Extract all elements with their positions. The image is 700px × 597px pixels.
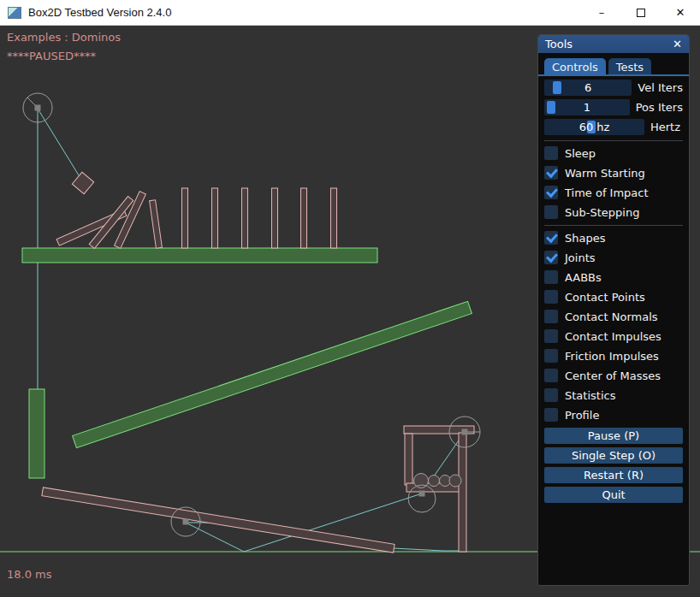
checkbox-row-contact-points[interactable]: Contact Points (544, 290, 683, 304)
contact-impulses-checkbox[interactable] (544, 329, 558, 343)
vel-iters-slider[interactable]: 6 (544, 80, 632, 96)
frame-time-label: 18.0 ms (7, 568, 52, 581)
pause-button[interactable]: Pause (P) (544, 428, 683, 444)
app-window: Box2D Testbed Version 2.4.0 – ✕ Examples… (0, 0, 700, 597)
statistics-checkbox[interactable] (544, 388, 558, 402)
contact-points-checkbox[interactable] (544, 290, 558, 304)
window-titlebar[interactable]: Box2D Testbed Version 2.4.0 – ✕ (0, 0, 700, 26)
checkbox-label: Contact Impulses (565, 330, 661, 343)
tab-tests[interactable]: Tests (608, 58, 651, 74)
hertz-row: 60 hz Hertz (544, 119, 683, 135)
hertz-slider[interactable]: 60 hz (544, 119, 644, 135)
friction-impulses-checkbox[interactable] (544, 349, 558, 363)
slider-value: 60 hz (544, 121, 644, 133)
pos-iters-row: 1 Pos Iters (544, 99, 683, 115)
checkbox-label: Center of Masses (565, 369, 661, 382)
checkbox-label: Contact Points (565, 291, 645, 304)
maximize-icon (637, 9, 645, 17)
window-controls: – ✕ (582, 0, 700, 25)
example-label: Examples : Dominos (7, 31, 121, 44)
checkbox-row-shapes[interactable]: Shapes (544, 231, 683, 245)
close-button[interactable]: ✕ (661, 0, 700, 25)
checkbox-label: AABBs (565, 271, 602, 284)
slider-label: Vel Iters (638, 81, 683, 94)
slider-label: Pos Iters (636, 101, 683, 114)
checkbox-label: Warm Starting (565, 167, 645, 180)
checkbox-row-joints[interactable]: Joints (544, 251, 683, 264)
pendulum-bob (72, 172, 93, 193)
shapes-checkbox[interactable] (544, 231, 558, 245)
dominos-platform (22, 248, 377, 263)
sleep-checkbox[interactable] (544, 146, 558, 160)
checkbox-label: Shapes (565, 232, 605, 245)
ball-2 (429, 476, 440, 487)
checkbox-row-sleep[interactable]: Sleep (544, 146, 683, 160)
profile-checkbox[interactable] (544, 408, 558, 422)
checkbox-row-sub-stepping[interactable]: Sub-Stepping (544, 205, 683, 219)
app-icon (8, 7, 21, 19)
tools-panel-titlebar[interactable]: Tools ✕ (538, 35, 689, 53)
domino-upright-6 (301, 188, 307, 248)
slider-value: 6 (544, 81, 632, 94)
center-of-masses-checkbox[interactable] (544, 369, 558, 382)
sub-stepping-checkbox[interactable] (544, 205, 558, 219)
panel-close-icon[interactable]: ✕ (673, 38, 682, 50)
checkbox-row-time-of-impact[interactable]: Time of Impact (544, 186, 683, 199)
tabbar: Controls Tests (538, 53, 689, 76)
domino-upright-4 (242, 188, 248, 248)
checkbox-row-contact-normals[interactable]: Contact Normals (544, 310, 683, 323)
frame-anchor-point-bottom (419, 491, 425, 497)
checkbox-label: Profile (565, 409, 599, 422)
seesaw-anchor-point (183, 519, 189, 525)
slider-label: Hertz (650, 121, 680, 133)
aabbs-checkbox[interactable] (544, 270, 558, 284)
checkbox-label: Sub-Stepping (565, 206, 639, 219)
window-title: Box2D Testbed Version 2.4.0 (28, 6, 171, 19)
domino-upright-1 (150, 200, 163, 248)
time-of-impact-checkbox[interactable] (544, 186, 558, 199)
checkbox-label: Time of Impact (565, 186, 649, 199)
pendulum-rope-diagonal (38, 109, 83, 182)
panel-content: 6 Vel Iters 1 Pos Iters 60 hz Hertz (538, 76, 689, 503)
ball-4 (449, 475, 461, 487)
slider-value: 1 (544, 101, 630, 114)
tab-controls[interactable]: Controls (544, 58, 606, 74)
frame-anchor-point-top (462, 429, 468, 435)
warm-starting-checkbox[interactable] (544, 166, 558, 180)
pos-iters-slider[interactable]: 1 (544, 99, 630, 115)
restart-button[interactable]: Restart (R) (544, 467, 683, 483)
joints-checkbox[interactable] (544, 251, 558, 264)
checkbox-row-warm-starting[interactable]: Warm Starting (544, 166, 683, 180)
checkbox-label: Sleep (565, 147, 596, 160)
contact-normals-checkbox[interactable] (544, 310, 558, 323)
checkbox-label: Contact Normals (565, 310, 658, 323)
checkbox-label: Statistics (565, 389, 615, 402)
pendulum-anchor-point (35, 105, 41, 111)
maximize-button[interactable] (621, 0, 661, 25)
domino-upright-7 (331, 188, 337, 248)
tools-panel: Tools ✕ Controls Tests 6 Vel Iters 1 Pos… (537, 34, 690, 586)
checkbox-row-center-of-masses[interactable]: Center of Masses (544, 369, 683, 382)
separator (544, 225, 683, 226)
checkbox-row-profile[interactable]: Profile (544, 408, 683, 422)
checkbox-row-contact-impulses[interactable]: Contact Impulses (544, 329, 683, 343)
separator (544, 140, 683, 141)
checkbox-label: Joints (565, 251, 596, 264)
checkbox-row-friction-impulses[interactable]: Friction Impulses (544, 349, 683, 363)
domino-upright-5 (272, 188, 278, 248)
domino-upright-3 (212, 188, 218, 248)
paused-label: ****PAUSED**** (7, 50, 96, 62)
checkbox-row-aabbs[interactable]: AABBs (544, 270, 683, 284)
frame-right-post (459, 433, 466, 552)
domino-upright-2 (182, 188, 188, 248)
tools-panel-title: Tools (545, 38, 572, 50)
minimize-button[interactable]: – (582, 0, 621, 25)
checkbox-row-statistics[interactable]: Statistics (544, 388, 683, 402)
vertical-pillar (29, 389, 44, 478)
button-stack: Pause (P) Single Step (O) Restart (R) Qu… (544, 428, 683, 503)
vel-iters-row: 6 Vel Iters (544, 80, 683, 96)
single-step-button[interactable]: Single Step (O) (544, 447, 683, 464)
frame-left-post (405, 434, 412, 485)
quit-button[interactable]: Quit (544, 487, 683, 503)
checkbox-label: Friction Impulses (565, 350, 659, 363)
